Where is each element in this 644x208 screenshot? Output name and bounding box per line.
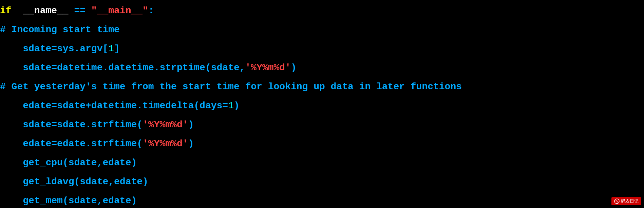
paren-close-3: ): [188, 119, 194, 130]
code-line-3: sdate=sys.argv[1]: [0, 39, 644, 58]
space: [12, 5, 23, 16]
get-mem-call: get_mem(sdate,edate): [23, 195, 137, 206]
watermark: 码农日记: [611, 197, 641, 205]
get-cpu-call: get_cpu(sdate,edate): [23, 157, 137, 168]
edate-timedelta: edate=sdate+datetime.timedelta(days=: [23, 100, 228, 111]
keyword-if: if: [0, 5, 12, 16]
get-ldavg-call: get_ldavg(sdate,edate): [23, 176, 148, 187]
code-line-5: # Get yesterday's time from the start ti…: [0, 77, 644, 96]
indent-space: [0, 43, 23, 54]
code-line-11: get_mem(sdate,edate): [0, 191, 644, 208]
paren-close-4: ): [188, 138, 194, 149]
string-main: "__main__": [91, 5, 148, 16]
code-line-2: # Incoming start time: [0, 20, 644, 39]
code-line-1: if __name__ == "__main__":: [0, 1, 644, 20]
code-line-10: get_ldavg(sdate,edate): [0, 172, 644, 191]
indent-space: [0, 119, 23, 130]
indent-space: [0, 138, 23, 149]
code-line-6: edate=sdate+datetime.timedelta(days=1): [0, 96, 644, 115]
dunder-name: __name__: [23, 5, 68, 16]
code-line-8: edate=edate.strftime('%Y%m%d'): [0, 134, 644, 153]
indent-space: [0, 100, 23, 111]
format-string-1: '%Y%m%d': [245, 62, 291, 73]
watermark-text: 码农日记: [621, 198, 639, 204]
code-line-4: sdate=datetime.datetime.strptime(sdate,'…: [0, 58, 644, 77]
colon: :: [148, 5, 154, 16]
format-string-2: '%Y%m%d': [143, 119, 188, 130]
svg-line-1: [615, 200, 618, 203]
code-editor: if __name__ == "__main__": # Incoming st…: [0, 0, 644, 208]
edate-strftime: edate=edate.strftime(: [23, 138, 143, 149]
code-line-7: sdate=sdate.strftime('%Y%m%d'): [0, 115, 644, 134]
sdate-argv: sdate=sys.argv[: [23, 43, 108, 54]
indent-space: [0, 62, 23, 73]
sdate-strftime: sdate=sdate.strftime(: [23, 119, 143, 130]
indent-space: [0, 195, 23, 206]
indent-space: [0, 157, 23, 168]
sdate-strptime: sdate=datetime.datetime.strptime(sdate,: [23, 62, 245, 73]
code-line-9: get_cpu(sdate,edate): [0, 153, 644, 172]
paren-close-2: ): [234, 100, 240, 111]
comment-incoming: # Incoming start time: [0, 24, 120, 35]
indent-space: [0, 176, 23, 187]
operator: ==: [69, 5, 91, 16]
watermark-icon: [614, 198, 620, 204]
format-string-3: '%Y%m%d': [143, 138, 188, 149]
paren-close-1: ): [291, 62, 297, 73]
comment-yesterday: # Get yesterday's time from the start ti…: [0, 81, 462, 92]
number-days: 1: [228, 100, 234, 111]
number-1: 1: [108, 43, 114, 54]
bracket-close: ]: [114, 43, 120, 54]
